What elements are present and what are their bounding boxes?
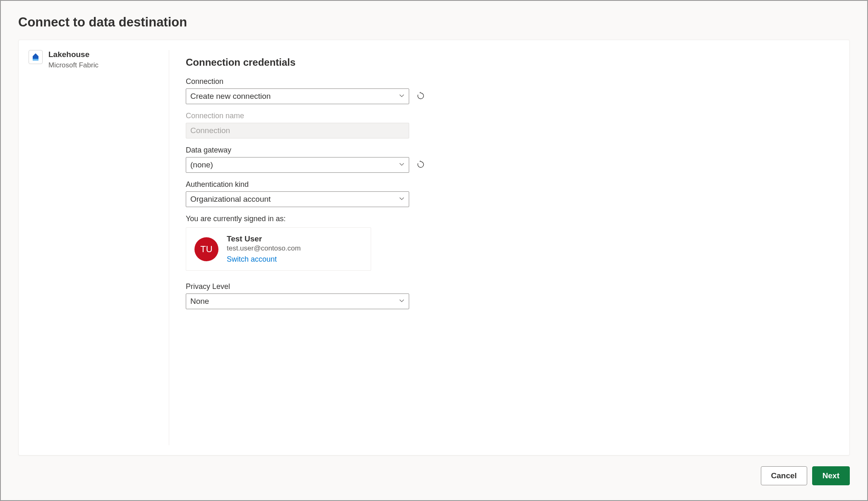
chevron-down-icon [399,297,405,306]
svg-rect-0 [33,59,38,60]
destination-item: Lakehouse Microsoft Fabric [29,50,159,70]
data-gateway-select[interactable]: (none) [186,157,409,173]
connection-field: Connection Create new connection [186,77,838,104]
data-gateway-select-value: (none) [190,160,213,169]
section-title: Connection credentials [186,57,838,68]
account-info: Test User test.user@contoso.com Switch a… [227,234,301,264]
destination-sidebar: Lakehouse Microsoft Fabric [29,50,169,445]
connection-label: Connection [186,77,838,86]
dialog-container: Connect to data destination Lakehouse Mi… [3,3,865,498]
chevron-down-icon [399,160,405,169]
account-card: TU Test User test.user@contoso.com Switc… [186,227,371,271]
dialog-header: Connect to data destination [3,3,865,40]
form-area: Connection credentials Connection Create… [169,50,838,445]
connection-select[interactable]: Create new connection [186,88,409,104]
auth-kind-select[interactable]: Organizational account [186,191,409,207]
data-gateway-field: Data gateway (none) [186,146,838,173]
auth-kind-field: Authentication kind Organizational accou… [186,180,838,207]
connection-name-label: Connection name [186,112,838,120]
privacy-label: Privacy Level [186,282,838,291]
chevron-down-icon [399,195,405,204]
avatar: TU [194,237,218,261]
account-name: Test User [227,234,301,243]
refresh-gateway-button[interactable] [415,159,427,171]
svg-rect-1 [33,60,38,61]
dialog-title: Connect to data destination [18,15,850,30]
content-card: Lakehouse Microsoft Fabric Connection cr… [18,40,850,456]
lakehouse-icon [29,50,43,64]
dialog-footer: Cancel Next [3,456,865,498]
chevron-down-icon [399,92,405,101]
privacy-select-value: None [190,297,209,306]
auth-kind-select-value: Organizational account [190,195,271,204]
next-button[interactable]: Next [812,466,850,485]
refresh-connection-button[interactable] [415,91,427,102]
connection-select-value: Create new connection [190,92,271,101]
switch-account-link[interactable]: Switch account [227,255,277,264]
signed-in-label: You are currently signed in as: [186,215,838,223]
account-email: test.user@contoso.com [227,244,301,253]
destination-text: Lakehouse Microsoft Fabric [48,50,98,70]
auth-kind-label: Authentication kind [186,180,838,189]
refresh-icon [417,92,425,101]
connection-name-input [186,123,409,138]
destination-name: Lakehouse [48,50,98,60]
privacy-field: Privacy Level None [186,282,838,309]
refresh-icon [417,160,425,170]
data-gateway-label: Data gateway [186,146,838,155]
destination-provider: Microsoft Fabric [48,60,98,70]
connection-name-field: Connection name [186,112,838,138]
cancel-button[interactable]: Cancel [761,466,807,485]
privacy-select[interactable]: None [186,293,409,309]
